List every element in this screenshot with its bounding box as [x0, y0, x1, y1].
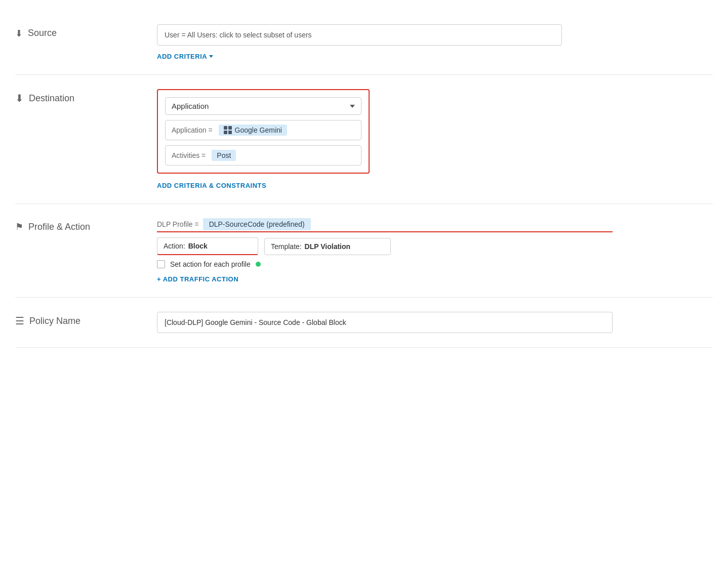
policy-name-label: ☰ Policy Name [15, 312, 157, 327]
destination-icon: ⬇ [15, 92, 24, 104]
activities-criteria-label: Activities = [172, 151, 206, 159]
policy-icon: ☰ [15, 315, 24, 327]
template-label-text: Template: [271, 242, 302, 251]
policy-name-content: [Cloud-DLP] Google Gemini - Source Code … [157, 312, 713, 333]
profile-action-section: ⚑ Profile & Action DLP Profile = DLP-Sou… [15, 204, 713, 298]
application-dropdown-chevron [350, 105, 355, 108]
set-action-label: Set action for each profile [170, 260, 251, 268]
activities-criteria-row: Activities = Post [165, 145, 361, 166]
google-gemini-icon [224, 126, 232, 134]
action-template-row: Action: Block Template: DLP Violation [157, 237, 613, 255]
green-dot-indicator [256, 262, 261, 267]
source-section: ⬆ Source User = All Users: click to sele… [15, 10, 713, 75]
destination-highlighted-box: Application Application = Google Gemini [157, 89, 370, 174]
source-title: Source [28, 28, 57, 38]
google-gemini-tag[interactable]: Google Gemini [219, 125, 287, 136]
add-traffic-action-link[interactable]: + ADD TRAFFIC ACTION [157, 275, 713, 283]
dlp-profile-badge[interactable]: DLP-SourceCode (predefined) [203, 218, 311, 230]
profile-icon: ⚑ [15, 221, 23, 232]
action-dropdown[interactable]: Action: Block [157, 237, 258, 255]
action-label-text: Action: [164, 242, 185, 250]
template-label: Template: DLP Violation [271, 242, 350, 251]
source-label: ⬆ Source [15, 24, 157, 38]
action-label: Action: Block [164, 242, 208, 250]
template-dropdown[interactable]: Template: DLP Violation [264, 238, 391, 255]
destination-content: Application Application = Google Gemini [157, 89, 713, 189]
add-criteria-label: ADD CRITERIA [157, 53, 207, 60]
add-traffic-label: + ADD TRAFFIC ACTION [157, 275, 238, 283]
application-dropdown-label: Application [172, 102, 209, 110]
policy-name-value: [Cloud-DLP] Google Gemini - Source Code … [165, 318, 346, 326]
dlp-profile-row: DLP Profile = DLP-SourceCode (predefined… [157, 218, 613, 232]
policy-name-section: ☰ Policy Name [Cloud-DLP] Google Gemini … [15, 298, 713, 348]
google-gemini-label: Google Gemini [235, 126, 282, 134]
post-label: Post [217, 151, 231, 159]
source-field-text: User = All Users: click to select subset… [165, 31, 312, 39]
profile-action-content: DLP Profile = DLP-SourceCode (predefined… [157, 218, 713, 283]
source-field[interactable]: User = All Users: click to select subset… [157, 24, 562, 46]
set-action-checkbox[interactable] [157, 260, 165, 268]
add-criteria-link[interactable]: ADD CRITERIA [157, 53, 713, 60]
destination-section: ⬇ Destination Application Application = [15, 75, 713, 204]
template-value-text: DLP Violation [305, 242, 351, 251]
application-criteria-row: Application = Google Gemini [165, 120, 361, 140]
page-container: ⬆ Source User = All Users: click to sele… [0, 0, 728, 358]
policy-name-field[interactable]: [Cloud-DLP] Google Gemini - Source Code … [157, 312, 613, 333]
destination-label: ⬇ Destination [15, 89, 157, 104]
add-criteria-chevron [209, 55, 213, 58]
policy-name-title: Policy Name [29, 316, 80, 326]
application-dropdown[interactable]: Application [165, 97, 361, 115]
add-criteria-constraints-link[interactable]: ADD CRITERIA & CONSTRAINTS [157, 182, 713, 189]
dlp-profile-value: DLP-SourceCode (predefined) [209, 220, 305, 228]
destination-title: Destination [29, 93, 74, 104]
source-content: User = All Users: click to select subset… [157, 24, 713, 60]
add-criteria-constraints-label: ADD CRITERIA & CONSTRAINTS [157, 182, 266, 189]
app-criteria-label: Application = [172, 126, 213, 134]
profile-action-title: Profile & Action [28, 222, 90, 232]
post-tag[interactable]: Post [212, 150, 236, 161]
source-icon: ⬆ [15, 27, 23, 38]
action-value-text: Block [188, 242, 208, 250]
dlp-profile-label: DLP Profile = [157, 220, 199, 228]
set-action-row: Set action for each profile [157, 260, 713, 268]
profile-action-label: ⚑ Profile & Action [15, 218, 157, 232]
